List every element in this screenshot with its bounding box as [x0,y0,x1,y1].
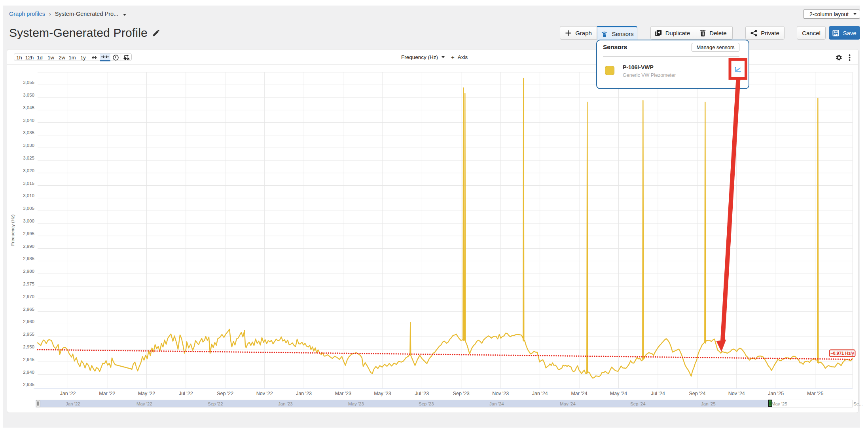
svg-text:2,975: 2,975 [23,282,34,286]
svg-text:3,035: 3,035 [23,130,34,135]
svg-text:3,005: 3,005 [23,206,34,211]
svg-text:3,015: 3,015 [23,181,34,186]
svg-text:Jan '25: Jan '25 [701,401,716,406]
svg-text:Nov '24: Nov '24 [728,391,745,396]
svg-text:Sep '22: Sep '22 [217,391,233,396]
svg-text:May '23: May '23 [348,401,364,406]
svg-text:Se...: Se... [853,401,863,406]
svg-text:May '22: May '22 [138,391,155,396]
svg-text:2,980: 2,980 [23,269,34,274]
svg-text:Jan '23: Jan '23 [296,391,312,396]
svg-text:Jan '22: Jan '22 [66,401,80,406]
svg-text:Jul '22: Jul '22 [179,391,193,396]
svg-text:Mar '25: Mar '25 [807,391,823,396]
svg-text:Sep '24: Sep '24 [689,391,705,396]
svg-text:3,010: 3,010 [23,193,34,198]
svg-text:Mar '24: Mar '24 [571,391,587,396]
svg-text:2,985: 2,985 [23,256,34,261]
svg-text:May '25: May '25 [771,401,787,406]
svg-text:Mar '22: Mar '22 [99,391,115,396]
svg-text:2,940: 2,940 [23,370,34,375]
svg-text:Sep '22: Sep '22 [208,401,223,406]
svg-text:Sep '23: Sep '23 [419,401,434,406]
svg-text:3,055: 3,055 [23,80,34,85]
svg-text:3,000: 3,000 [23,219,34,223]
svg-text:3,030: 3,030 [23,143,34,148]
svg-text:2,935: 2,935 [23,382,34,387]
svg-text:2,965: 2,965 [23,307,34,312]
svg-text:3,020: 3,020 [23,168,34,173]
svg-text:2,955: 2,955 [23,332,34,337]
svg-text:2,995: 2,995 [23,231,34,236]
svg-text:May '24: May '24 [610,391,627,396]
svg-text:Sep '24: Sep '24 [630,401,646,406]
svg-text:2,970: 2,970 [23,294,34,299]
svg-text:2,950: 2,950 [23,344,34,349]
svg-text:May '22: May '22 [136,401,152,406]
svg-text:3,045: 3,045 [23,105,34,110]
svg-text:Jan '24: Jan '24 [532,391,548,396]
svg-text:2,960: 2,960 [23,319,34,324]
svg-text:Mar '23: Mar '23 [335,391,351,396]
svg-text:3,025: 3,025 [23,156,34,160]
svg-text:Jan '24: Jan '24 [489,401,504,406]
svg-text:3,040: 3,040 [23,118,34,123]
svg-text:Jul '24: Jul '24 [651,391,665,396]
svg-text:Jan '23: Jan '23 [278,401,293,406]
svg-text:Jul '23: Jul '23 [415,391,429,396]
svg-text:2,990: 2,990 [23,244,34,249]
svg-text:−0.971 Hz/y: −0.971 Hz/y [830,351,855,356]
svg-text:Jan '25: Jan '25 [768,391,784,396]
svg-text:May '23: May '23 [374,391,391,396]
svg-text:3,050: 3,050 [23,93,34,97]
svg-text:2,945: 2,945 [23,357,34,362]
svg-text:Nov '23: Nov '23 [492,391,509,396]
svg-text:Nov '22: Nov '22 [256,391,273,396]
svg-text:Jan '22: Jan '22 [60,391,76,396]
svg-text:Sep '23: Sep '23 [453,391,470,396]
svg-text:Frequency (Hz): Frequency (Hz) [10,214,15,245]
svg-text:May '24: May '24 [560,401,576,406]
